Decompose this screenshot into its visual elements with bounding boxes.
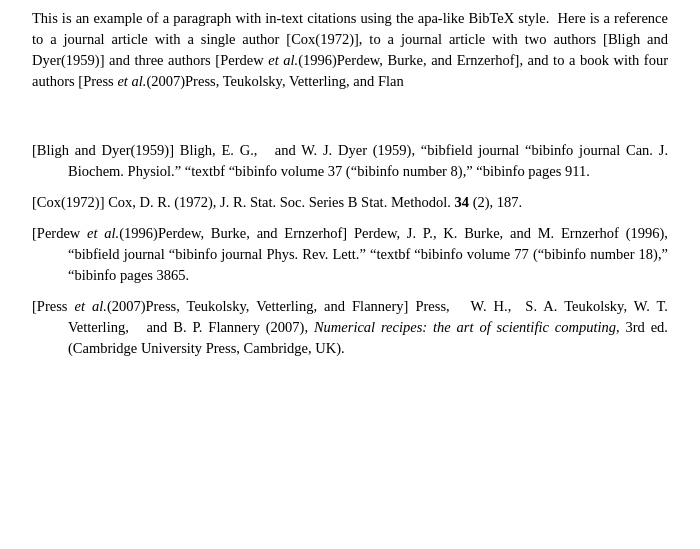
reference-entry: [Press et al.(2007)Press, Teukolsky, Vet… — [32, 296, 668, 359]
reference-entry: [Bligh and Dyer(1959)] Bligh, E. G., and… — [32, 140, 668, 182]
spacer — [32, 92, 668, 140]
ref-text: Cox, D. R. (1972), J. R. Stat. Soc. Seri… — [105, 194, 523, 210]
intro-paragraph: This is an example of a paragraph with i… — [32, 8, 668, 92]
ref-key: [Perdew et al.(1996)Perdew, Burke, and E… — [32, 225, 347, 241]
page: This is an example of a paragraph with i… — [0, 0, 700, 549]
ref-key: [Bligh and Dyer(1959)] — [32, 142, 174, 158]
ref-key: [Press et al.(2007)Press, Teukolsky, Vet… — [32, 298, 408, 314]
ref-key: [Cox(1972)] — [32, 194, 105, 210]
reference-entry: [Cox(1972)] Cox, D. R. (1972), J. R. Sta… — [32, 192, 668, 213]
reference-entry: [Perdew et al.(1996)Perdew, Burke, and E… — [32, 223, 668, 286]
references-section: [Bligh and Dyer(1959)] Bligh, E. G., and… — [32, 140, 668, 359]
